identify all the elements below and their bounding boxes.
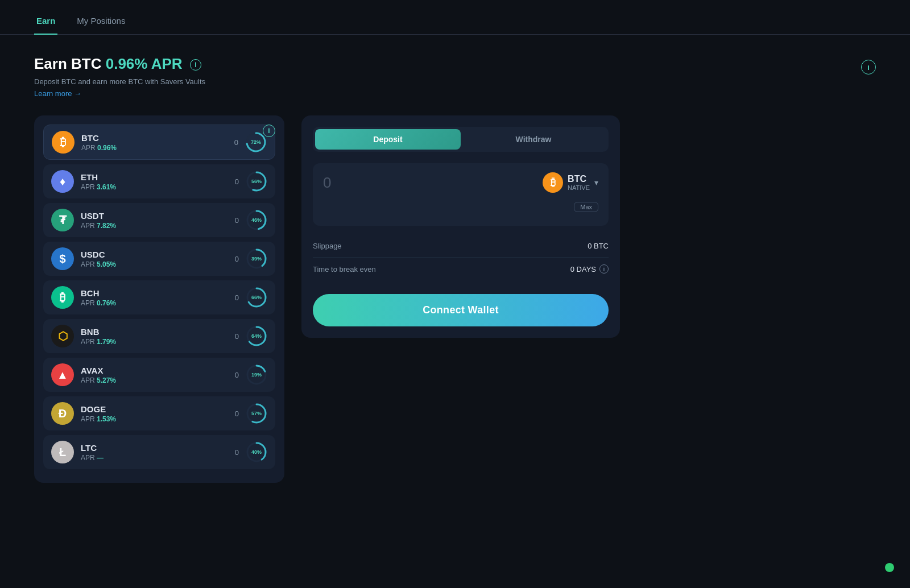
vault-name: USDT <box>81 211 235 221</box>
arc-label: 40% <box>251 449 262 455</box>
vault-info-usdt: USDT APR 7.82% <box>81 211 235 230</box>
coin-selector[interactable]: ₿ BTC NATIVE ▾ <box>543 172 598 193</box>
slippage-label: Slippage <box>313 242 342 250</box>
arc-progress: 40% <box>246 441 267 463</box>
coin-icon-bnb: ⬡ <box>51 325 74 347</box>
arc-label: 57% <box>251 411 262 416</box>
vault-name: LTC <box>81 443 235 453</box>
vault-amount: 0 <box>235 448 239 457</box>
amount-input-area: ₿ BTC NATIVE ▾ Max <box>313 163 609 226</box>
vault-right: 0 64% <box>235 325 267 347</box>
apr-highlight: 0.96% APR <box>106 55 183 72</box>
arc-progress: 19% <box>246 364 267 386</box>
vault-info-bnb: BNB APR 1.79% <box>81 327 235 346</box>
vault-right: 0 46% <box>235 209 267 231</box>
tab-earn[interactable]: Earn <box>34 10 57 35</box>
vault-name: AVAX <box>81 366 235 375</box>
coin-icon-usdt: ₮ <box>51 209 74 231</box>
deposit-panel: Deposit Withdraw ₿ BTC NATIVE ▾ <box>301 115 620 338</box>
vault-right: 0 72% <box>234 131 267 153</box>
vault-apr: APR 1.79% <box>81 338 235 346</box>
vault-right: 0 19% <box>235 364 267 386</box>
vault-apr: APR — <box>81 454 235 462</box>
vault-right: 0 39% <box>235 248 267 270</box>
page-header: Earn BTC 0.96% APR i Deposit BTC and ear… <box>34 55 876 98</box>
vault-info-eth: ETH APR 3.61% <box>81 172 235 191</box>
arc-progress: 72% <box>245 131 267 153</box>
vault-apr: APR 5.27% <box>81 376 235 384</box>
vault-info-doge: DOGE APR 1.53% <box>81 404 235 423</box>
vault-apr: APR 0.96% <box>81 144 234 152</box>
page-subtitle: Deposit BTC and earn more BTC with Saver… <box>34 77 876 86</box>
vault-info-btc: BTC APR 0.96% <box>81 133 234 152</box>
vault-amount: 0 <box>235 332 239 341</box>
title-plain: Earn BTC <box>34 55 101 72</box>
vault-apr: APR 3.61% <box>81 183 235 191</box>
vault-amount: 0 <box>235 293 239 302</box>
top-nav: Earn My Positions <box>0 0 910 35</box>
vault-apr: APR 7.82% <box>81 222 235 230</box>
connect-wallet-button[interactable]: Connect Wallet <box>313 294 609 326</box>
tab-switcher: Deposit Withdraw <box>313 127 609 152</box>
arc-label: 66% <box>251 295 262 300</box>
vault-item-ltc[interactable]: Ł LTC APR — 0 40% <box>43 435 275 469</box>
top-right-info-icon[interactable]: i <box>861 60 876 74</box>
arc-progress: 66% <box>246 287 267 308</box>
vault-info-ltc: LTC APR — <box>81 443 235 462</box>
vault-item-usdc[interactable]: $ USDC APR 5.05% 0 39% <box>43 242 275 276</box>
arc-progress: 64% <box>246 325 267 347</box>
vault-apr: APR 5.05% <box>81 260 235 268</box>
coin-icon-ltc: Ł <box>51 441 74 463</box>
vault-amount: 0 <box>235 177 239 186</box>
learn-more-link[interactable]: Learn more → <box>34 89 81 98</box>
arc-label: 46% <box>251 217 262 223</box>
vault-name: BNB <box>81 327 235 337</box>
amount-input[interactable] <box>323 174 437 192</box>
vault-right: 0 66% <box>235 287 267 308</box>
arc-label: 56% <box>251 179 262 184</box>
coin-icon-avax: ▲ <box>51 363 74 386</box>
chevron-down-icon: ▾ <box>594 178 598 187</box>
vault-name: BCH <box>81 288 235 298</box>
status-indicator-dot <box>885 563 894 572</box>
vault-right: 0 40% <box>235 441 267 463</box>
vault-apr: APR 1.53% <box>81 415 235 423</box>
max-button[interactable]: Max <box>574 202 598 212</box>
vault-name: DOGE <box>81 404 235 414</box>
arc-label: 19% <box>251 372 262 378</box>
vault-item-doge[interactable]: Ð DOGE APR 1.53% 0 57% <box>43 396 275 430</box>
page-title: Earn BTC 0.96% APR i <box>34 55 876 73</box>
tab-my-positions[interactable]: My Positions <box>75 10 127 35</box>
vault-item-btc[interactable]: ₿ BTC APR 0.96% 0 72% <box>43 125 275 160</box>
vault-name: ETH <box>81 172 235 182</box>
arc-label: 72% <box>251 139 261 145</box>
slippage-value: 0 BTC <box>588 242 609 250</box>
vault-info-avax: AVAX APR 5.27% <box>81 366 235 384</box>
break-even-info-icon[interactable]: i <box>599 264 609 274</box>
deposit-tab[interactable]: Deposit <box>315 129 461 150</box>
vault-item-usdt[interactable]: ₮ USDT APR 7.82% 0 46% <box>43 203 275 237</box>
vault-item-eth[interactable]: ♦ ETH APR 3.61% 0 56% <box>43 164 275 198</box>
coin-selector-sub: NATIVE <box>568 184 590 191</box>
withdraw-tab[interactable]: Withdraw <box>461 129 606 150</box>
coin-icon-usdc: $ <box>51 247 74 270</box>
break-even-row: Time to break even 0 DAYS i <box>313 258 609 280</box>
vault-item-bnb[interactable]: ⬡ BNB APR 1.79% 0 64% <box>43 319 275 353</box>
vault-amount: 0 <box>235 216 239 225</box>
arc-progress: 46% <box>246 209 267 231</box>
content-columns: i ₿ BTC APR 0.96% 0 72% ♦ <box>34 115 876 483</box>
vault-name: USDC <box>81 250 235 259</box>
vault-info-bch: BCH APR 0.76% <box>81 288 235 307</box>
coin-icon-bch: ₿ <box>51 286 74 309</box>
vault-item-bch[interactable]: ₿ BCH APR 0.76% 0 66% <box>43 280 275 314</box>
input-row: ₿ BTC NATIVE ▾ <box>323 172 598 193</box>
break-even-value: 0 DAYS i <box>570 264 609 274</box>
main-content: Earn BTC 0.96% APR i Deposit BTC and ear… <box>0 35 910 503</box>
arc-label: 64% <box>251 333 262 339</box>
vault-item-avax[interactable]: ▲ AVAX APR 5.27% 0 19% <box>43 358 275 392</box>
vault-list: ₿ BTC APR 0.96% 0 72% ♦ ETH APR 3.61% <box>43 125 275 469</box>
slippage-row: Slippage 0 BTC <box>313 235 609 258</box>
apr-info-icon[interactable]: i <box>190 59 201 71</box>
vault-info-usdc: USDC APR 5.05% <box>81 250 235 268</box>
vault-amount: 0 <box>235 409 239 418</box>
